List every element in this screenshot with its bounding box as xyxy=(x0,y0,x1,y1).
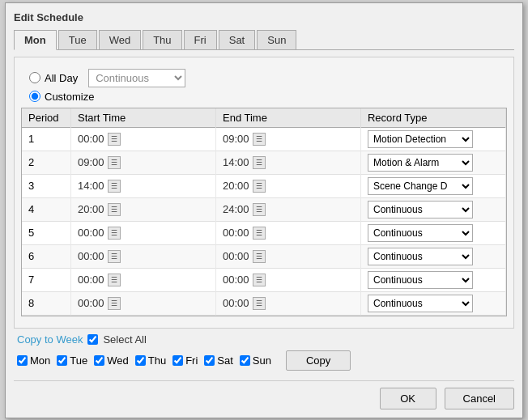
table-row: 8 00:00 ☰ 00:00 ☰ Motion DetectionMotion… xyxy=(22,291,506,315)
day-label-mon: Mon xyxy=(30,354,50,367)
end-time-cell: 00:00 ☰ xyxy=(215,244,360,268)
tab-tue[interactable]: Tue xyxy=(58,30,97,49)
table-row: 4 20:00 ☰ 24:00 ☰ Motion DetectionMotion… xyxy=(22,197,506,221)
end-time-value: 20:00 xyxy=(223,180,249,192)
end-time-cell: 00:00 ☰ xyxy=(215,291,360,315)
period-cell: 4 xyxy=(22,197,70,221)
copy-button[interactable]: Copy xyxy=(286,350,351,371)
checkbox-sat[interactable] xyxy=(204,355,215,366)
tab-sat[interactable]: Sat xyxy=(219,30,256,49)
end-time-picker-icon[interactable]: ☰ xyxy=(253,203,266,216)
all-day-label: All Day xyxy=(45,72,78,84)
customize-label: Customize xyxy=(45,91,94,103)
tab-fri[interactable]: Fri xyxy=(184,30,217,49)
start-time-cell: 00:00 ☰ xyxy=(70,127,215,151)
record-type-select[interactable]: Motion DetectionMotion & AlarmScene Chan… xyxy=(368,201,473,218)
bottom-buttons: OK Cancel xyxy=(14,380,514,409)
period-cell: 3 xyxy=(22,174,70,197)
checkbox-fri[interactable] xyxy=(172,355,183,366)
record-type-select[interactable]: Motion DetectionMotion & AlarmScene Chan… xyxy=(368,177,473,195)
start-time-value: 09:00 xyxy=(78,156,104,168)
all-day-select[interactable]: Continuous xyxy=(88,69,185,87)
start-time-cell: 09:00 ☰ xyxy=(70,151,215,174)
record-type-select[interactable]: Motion DetectionMotion & AlarmScene Chan… xyxy=(368,130,473,148)
end-time-value: 00:00 xyxy=(223,274,249,286)
day-label-tue: Tue xyxy=(70,354,87,367)
customize-radio[interactable] xyxy=(29,91,40,102)
copy-week-row: Copy to Week Select All xyxy=(17,333,514,346)
all-day-radio[interactable] xyxy=(29,72,40,83)
record-type-select[interactable]: Motion DetectionMotion & AlarmScene Chan… xyxy=(368,271,473,289)
record-type-select[interactable]: Motion DetectionMotion & AlarmScene Chan… xyxy=(368,224,473,242)
day-checkbox-tue: Tue xyxy=(57,354,87,367)
start-time-picker-icon[interactable]: ☰ xyxy=(108,133,121,146)
end-time-picker-icon[interactable]: ☰ xyxy=(253,274,266,286)
table-body: 1 00:00 ☰ 09:00 ☰ Motion DetectionMotion… xyxy=(22,127,506,315)
cancel-button[interactable]: Cancel xyxy=(445,388,514,409)
select-all-label: Select All xyxy=(103,333,146,346)
header-end-time: End Time xyxy=(215,108,360,128)
day-tabs: MonTueWedThuFriSatSun xyxy=(14,30,514,50)
start-time-cell: 00:00 ☰ xyxy=(70,291,215,315)
header-period: Period xyxy=(22,108,70,128)
period-cell: 7 xyxy=(22,268,70,291)
checkbox-wed[interactable] xyxy=(94,355,104,366)
edit-schedule-dialog: Edit Schedule MonTueWedThuFriSatSun All … xyxy=(5,2,523,418)
record-type-select[interactable]: Motion DetectionMotion & AlarmScene Chan… xyxy=(368,248,473,265)
day-checkbox-wed: Wed xyxy=(94,354,129,367)
schedule-table: Period Start Time End Time Record Type 1… xyxy=(22,108,506,316)
end-time-picker-icon[interactable]: ☰ xyxy=(253,156,266,169)
table-row: 3 14:00 ☰ 20:00 ☰ Motion DetectionMotion… xyxy=(22,174,506,197)
end-time-cell: 14:00 ☰ xyxy=(215,151,360,174)
end-time-value: 14:00 xyxy=(223,156,249,168)
tab-mon[interactable]: Mon xyxy=(14,30,57,50)
record-type-select[interactable]: Motion DetectionMotion & AlarmScene Chan… xyxy=(368,154,473,172)
checkbox-sun[interactable] xyxy=(240,355,250,366)
end-time-value: 09:00 xyxy=(223,133,249,145)
start-time-picker-icon[interactable]: ☰ xyxy=(108,274,121,286)
end-time-picker-icon[interactable]: ☰ xyxy=(253,227,266,240)
start-time-value: 14:00 xyxy=(78,180,104,192)
day-checkboxes-row: Mon Tue Wed Thu Fri Sat Sun Copy xyxy=(17,350,514,371)
start-time-cell: 00:00 ☰ xyxy=(70,268,215,291)
copy-to-week-label: Copy to Week xyxy=(17,333,83,346)
start-time-picker-icon[interactable]: ☰ xyxy=(108,297,121,310)
start-time-picker-icon[interactable]: ☰ xyxy=(108,227,121,240)
end-time-cell: 20:00 ☰ xyxy=(215,174,360,197)
end-time-picker-icon[interactable]: ☰ xyxy=(253,250,266,263)
start-time-value: 00:00 xyxy=(78,133,104,145)
table-header: Period Start Time End Time Record Type xyxy=(22,108,506,128)
period-cell: 6 xyxy=(22,244,70,268)
day-checkbox-sat: Sat xyxy=(204,354,233,367)
end-time-picker-icon[interactable]: ☰ xyxy=(253,133,266,146)
start-time-cell: 20:00 ☰ xyxy=(70,197,215,221)
day-label-wed: Wed xyxy=(107,354,129,367)
day-checkbox-mon: Mon xyxy=(17,354,50,367)
schedule-table-container: Period Start Time End Time Record Type 1… xyxy=(21,108,507,316)
start-time-picker-icon[interactable]: ☰ xyxy=(108,156,121,169)
end-time-picker-icon[interactable]: ☰ xyxy=(253,297,266,310)
start-time-picker-icon[interactable]: ☰ xyxy=(108,203,121,216)
tab-sun[interactable]: Sun xyxy=(257,30,296,49)
period-cell: 2 xyxy=(22,151,70,174)
start-time-picker-icon[interactable]: ☰ xyxy=(108,250,121,263)
end-time-picker-icon[interactable]: ☰ xyxy=(253,180,266,193)
checkbox-tue[interactable] xyxy=(57,355,67,366)
copy-to-week-checkbox[interactable] xyxy=(87,334,98,345)
period-cell: 8 xyxy=(22,291,70,315)
ok-button[interactable]: OK xyxy=(380,388,436,409)
start-time-cell: 14:00 ☰ xyxy=(70,174,215,197)
all-day-option[interactable]: All Day Continuous xyxy=(29,69,185,87)
checkbox-mon[interactable] xyxy=(17,355,28,366)
tab-thu[interactable]: Thu xyxy=(143,30,181,49)
record-type-select[interactable]: Motion DetectionMotion & AlarmScene Chan… xyxy=(368,295,473,312)
start-time-picker-icon[interactable]: ☰ xyxy=(108,180,121,193)
tab-wed[interactable]: Wed xyxy=(99,30,142,49)
start-time-value: 20:00 xyxy=(78,203,104,215)
table-row: 1 00:00 ☰ 09:00 ☰ Motion DetectionMotion… xyxy=(22,127,506,151)
record-type-cell: Motion DetectionMotion & AlarmScene Chan… xyxy=(360,174,505,197)
checkbox-thu[interactable] xyxy=(135,355,146,366)
end-time-cell: 00:00 ☰ xyxy=(215,221,360,244)
start-time-cell: 00:00 ☰ xyxy=(70,221,215,244)
period-cell: 1 xyxy=(22,127,70,151)
